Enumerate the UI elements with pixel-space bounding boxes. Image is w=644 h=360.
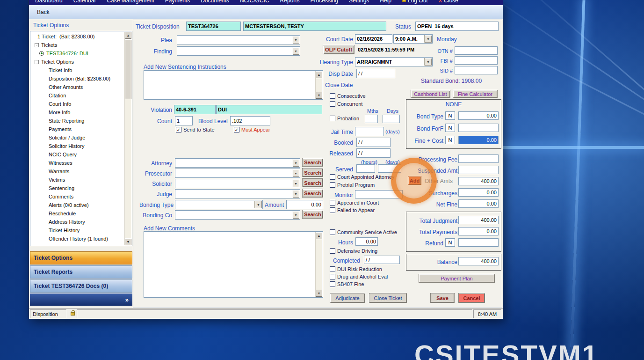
completed-date-field[interactable]: / / xyxy=(364,256,400,264)
bonding-co-select[interactable]: ▼ xyxy=(175,210,300,220)
count-field[interactable]: 1 xyxy=(175,116,193,125)
served-hours-field[interactable] xyxy=(356,164,375,173)
attorney-search-button[interactable]: Search xyxy=(302,158,323,167)
checkbox-box[interactable] xyxy=(330,174,335,180)
cashbond-list-button[interactable]: Cashbond List xyxy=(411,90,450,98)
menu-item-log-out[interactable]: Log Out xyxy=(402,0,428,4)
refund-flag-field[interactable]: N xyxy=(445,238,455,247)
processing-fee-field[interactable] xyxy=(458,154,499,163)
bond-amount-field[interactable]: 0.00 xyxy=(286,200,323,209)
must-appear-checkbox[interactable]: ✓Must Appear xyxy=(234,127,270,132)
community-hours-field[interactable]: 0.00 xyxy=(355,237,378,246)
dropdown-arrow-icon[interactable]: ▼ xyxy=(292,211,299,219)
probation-checkbox[interactable]: Probation xyxy=(330,116,359,121)
prosecutor-select[interactable]: ▼ xyxy=(175,169,300,178)
community-service-checkbox[interactable]: Community Service Active xyxy=(330,229,397,235)
menu-item-dashboard[interactable]: Dashboard xyxy=(35,0,63,4)
checkbox-box[interactable] xyxy=(330,116,335,121)
dropdown-arrow-icon[interactable]: ▼ xyxy=(292,159,299,167)
tree-item-victims[interactable]: Victims xyxy=(31,176,124,184)
menu-item-documents[interactable]: Documents xyxy=(201,0,229,4)
tree-item-ticket-info[interactable]: Ticket Info xyxy=(31,66,124,74)
bond-type-amount-field[interactable]: 0.00 xyxy=(458,111,499,120)
sidebar-button-ticket-options[interactable]: Ticket Options xyxy=(30,251,132,264)
appeared-in-court-checkbox[interactable]: Appeared in Court xyxy=(330,200,379,206)
served-days-field[interactable] xyxy=(378,164,401,173)
released-field[interactable]: / / xyxy=(356,148,391,158)
checkbox-box[interactable] xyxy=(330,101,335,107)
menu-item-close[interactable]: XClose xyxy=(439,0,458,4)
solicitor-search-button[interactable]: Search xyxy=(302,178,323,187)
save-button[interactable]: Save xyxy=(430,293,455,303)
tree-item-payments[interactable]: Payments xyxy=(31,125,124,133)
sidebar-button-ticket-reports[interactable]: Ticket Reports xyxy=(30,265,132,279)
fine-cost-amount-field[interactable]: 0.00 xyxy=(458,136,499,144)
hearing-type-select[interactable]: ARRAIGNMNT▼ xyxy=(355,57,433,66)
court-appointed-attorney-checkbox[interactable]: Court Appointed Attorney xyxy=(330,174,394,180)
drug-alcohol-eval-checkbox[interactable]: Drug and Alcohol Eval xyxy=(330,274,388,279)
menu-item-payments[interactable]: Payments xyxy=(165,0,190,4)
dropdown-arrow-icon[interactable]: ▼ xyxy=(254,201,262,208)
violation-desc-field[interactable]: DUI xyxy=(216,105,322,114)
menu-item-case-management[interactable]: Case Management xyxy=(107,0,154,4)
checkbox-box[interactable] xyxy=(330,207,335,213)
court-time-select[interactable]: 9:00 A.M.▼ xyxy=(393,34,433,44)
collapse-icon[interactable]: - xyxy=(35,43,39,47)
bonding-co-search-button[interactable]: Search xyxy=(302,210,323,219)
sid-field[interactable] xyxy=(455,66,498,74)
tree-item-disposition-bal-2308-00[interactable]: Disposition (Bal: $2308.00) xyxy=(31,74,124,83)
tree-item-sentencing[interactable]: Sentencing xyxy=(31,184,124,192)
defendant-name-field[interactable]: MCTESTERSON, TESTY xyxy=(243,22,386,31)
menu-item-reports[interactable]: Reports xyxy=(280,0,300,4)
monitor-field[interactable] xyxy=(355,190,403,198)
solicitor-select[interactable]: ▼ xyxy=(175,179,300,188)
menu-item-settings[interactable]: Settings xyxy=(349,0,369,4)
olp-cutoff-button[interactable]: OLP Cutoff xyxy=(323,45,355,54)
dropdown-arrow-icon[interactable]: ▼ xyxy=(292,169,299,177)
sidebar-expander-bar[interactable]: » xyxy=(30,294,132,306)
checkbox-box[interactable] xyxy=(330,281,335,287)
judge-select[interactable]: ▼ xyxy=(175,189,300,198)
tree-item-tickets[interactable]: -Tickets xyxy=(31,41,124,49)
failed-to-appear-checkbox[interactable]: Failed to Appear xyxy=(330,207,375,213)
menu-item-ncic-gcic[interactable]: NCIC/GCIC xyxy=(240,0,269,4)
scroll-down-icon[interactable]: ▼ xyxy=(125,238,131,245)
menu-item-calendar[interactable]: Calendar xyxy=(73,0,96,4)
dropdown-arrow-icon[interactable]: ▼ xyxy=(424,35,432,43)
tree-item-ticket-options[interactable]: -Ticket Options xyxy=(31,58,124,66)
sentencing-instructions-textarea[interactable]: ▲ ▼ xyxy=(144,70,323,100)
tree-item-ncic-query[interactable]: NCIC Query xyxy=(31,150,124,159)
checkbox-box[interactable] xyxy=(330,229,335,235)
fbi-field[interactable] xyxy=(455,56,498,65)
tree-item-court-info[interactable]: Court Info xyxy=(31,100,124,108)
refund-amount-field[interactable] xyxy=(458,238,499,247)
concurrent-checkbox[interactable]: Concurrent xyxy=(330,101,362,107)
chevron-double-right-icon[interactable]: » xyxy=(125,296,129,303)
payment-plan-button[interactable]: Payment Plan xyxy=(419,274,495,283)
bond-forf-flag-field[interactable]: N xyxy=(445,124,455,132)
checkbox-box[interactable] xyxy=(330,266,335,272)
jail-time-field[interactable] xyxy=(355,127,384,136)
consecutive-checkbox[interactable]: Consecutive xyxy=(330,93,366,99)
plea-select[interactable]: ▼ xyxy=(177,35,300,44)
comments-textarea[interactable]: ▲ ▼ xyxy=(144,231,323,298)
menu-item-processing[interactable]: Processing xyxy=(311,0,338,4)
attorney-select[interactable]: ▼ xyxy=(175,158,300,168)
tree-item-solicitor-judge[interactable]: Solicitor / Judge xyxy=(31,133,124,142)
cancel-button[interactable]: Cancel xyxy=(458,293,485,303)
bonding-type-select[interactable]: ▼ xyxy=(175,200,263,209)
dui-risk-reduction-checkbox[interactable]: DUI Risk Reduction xyxy=(330,266,382,272)
scroll-up-icon[interactable]: ▲ xyxy=(316,71,322,78)
menu-item-help[interactable]: Help xyxy=(380,0,391,4)
dropdown-arrow-icon[interactable]: ▼ xyxy=(292,180,299,187)
scroll-down-icon[interactable]: ▼ xyxy=(316,92,322,99)
pretrial-program-checkbox[interactable]: Pretrial Program xyxy=(330,182,375,188)
tree-item-address-history[interactable]: Address History xyxy=(31,218,124,226)
defensive-driving-checkbox[interactable]: Defensive Driving xyxy=(330,248,377,254)
judge-search-button[interactable]: Search xyxy=(302,189,323,198)
tree-item-more-info[interactable]: More Info xyxy=(31,108,124,117)
disp-date-field[interactable]: / / xyxy=(356,69,395,78)
sb407-fine-checkbox[interactable]: SB407 Fine xyxy=(330,281,364,287)
add-other-amounts-button[interactable]: Add xyxy=(408,176,421,185)
tree-item-citation[interactable]: Citation xyxy=(31,91,124,100)
